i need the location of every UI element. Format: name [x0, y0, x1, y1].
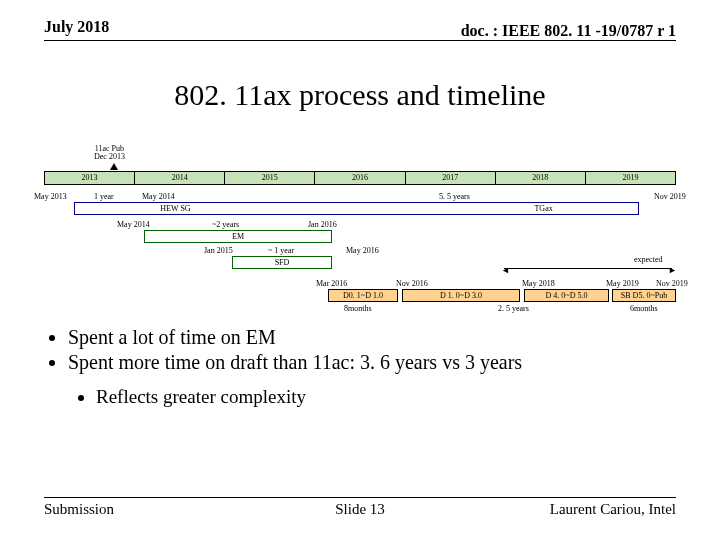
year-cell: 2019	[585, 171, 676, 185]
label-may2014-top: May 2014	[142, 192, 175, 201]
triangle-marker-icon	[110, 163, 118, 170]
phase-d40-d50: D 4. 0~D 5.0	[524, 289, 609, 302]
phase-d01-d10: D0. 1~D 1.0	[328, 289, 398, 302]
label-may2013: May 2013	[34, 192, 67, 201]
label-may2014-em: May 2014	[117, 220, 150, 229]
bullet-2: Spent more time on draft than 11ac: 3. 6…	[68, 351, 676, 374]
page-title: 802. 11ax process and timeline	[0, 78, 720, 112]
hew-sg-bar: HEW SG TGax	[74, 202, 639, 215]
year-cell: 2014	[134, 171, 224, 185]
label-8months: 8months	[344, 304, 372, 313]
label-jan2015: Jan 2015	[204, 246, 233, 255]
footer-author: Laurent Cariou, Intel	[550, 501, 676, 518]
label-jan2016: Jan 2016	[308, 220, 337, 229]
year-cell: 2015	[224, 171, 314, 185]
tgax-label: TGax	[534, 204, 552, 213]
phase-d10-d30: D 1. 0~D 3.0	[402, 289, 520, 302]
label-expected: expected	[634, 255, 662, 264]
sub-bullet-1: Reflects greater complexity	[96, 386, 676, 408]
year-cell: 2013	[44, 171, 134, 185]
footer-rule	[44, 497, 676, 498]
year-cell: 2016	[314, 171, 404, 185]
em-bar: EM	[144, 230, 332, 243]
phase-sb: SB D5. 0~Pub	[612, 289, 676, 302]
label-2p5years: 2. 5 years	[498, 304, 529, 313]
header-rule	[44, 40, 676, 41]
label-6months: 6months	[630, 304, 658, 313]
hew-sg-label: HEW SG	[160, 204, 190, 213]
label-may2016-sfd: May 2016	[346, 246, 379, 255]
arrow-left-icon: ◄	[501, 265, 510, 275]
label-nov2019-bot: Nov 2019	[656, 279, 688, 288]
sfd-bar: SFD	[232, 256, 332, 269]
label-mar2016: Mar 2016	[316, 279, 347, 288]
bullet-1: Spent a lot of time on EM	[68, 326, 676, 349]
arrow-right-icon: ►	[668, 265, 677, 275]
header-doc-id: doc. : IEEE 802. 11 -19/0787 r 1	[461, 22, 676, 40]
year-scale: 2013 2014 2015 2016 2017 2018 2019	[44, 171, 676, 185]
label-1year: 1 year	[94, 192, 114, 201]
label-may2018: May 2018	[522, 279, 555, 288]
label-1year-sfd: ~ 1 year	[268, 246, 294, 255]
header-date: July 2018	[44, 18, 109, 36]
expected-line	[504, 268, 672, 269]
label-2years: ~2 years	[212, 220, 239, 229]
body-text: Spent a lot of time on EM Spent more tim…	[44, 326, 676, 410]
pub-note: 11ac Pub Dec 2013	[94, 145, 125, 162]
year-cell: 2017	[405, 171, 495, 185]
label-nov2016: Nov 2016	[396, 279, 428, 288]
year-cell: 2018	[495, 171, 585, 185]
label-nov2019-top: Nov 2019	[654, 192, 686, 201]
label-5p5years: 5. 5 years	[439, 192, 470, 201]
label-may2019: May 2019	[606, 279, 639, 288]
pub-note-line2: Dec 2013	[94, 152, 125, 161]
